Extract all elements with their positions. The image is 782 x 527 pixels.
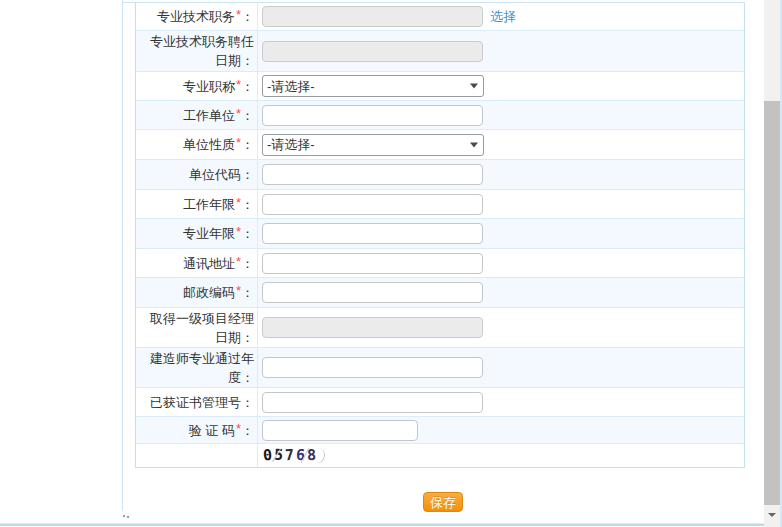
field-input-cell: 选择: [258, 3, 744, 30]
field-label-cell: 工作年限*：: [136, 190, 258, 218]
field-input-cell: [258, 249, 744, 277]
required-asterisk: *: [236, 283, 241, 298]
form-row-title: 专业职称*： -请选择-: [136, 72, 744, 101]
save-button[interactable]: 保存: [423, 492, 463, 512]
field-label: 工作年限*：: [183, 195, 254, 214]
field-label: 专业职称*：: [183, 77, 254, 96]
field-label: 邮政编码*：: [183, 283, 254, 302]
field-label: 工作单位*：: [183, 106, 254, 125]
field-label-cell: 专业职称*：: [136, 72, 258, 100]
form-row-tech-position: 专业技术职务*： 选择: [136, 3, 744, 31]
field-input-cell: [258, 219, 744, 248]
field-label-cell: 专业技术职务*：: [136, 3, 258, 30]
field-input-cell: 05768: [258, 444, 744, 467]
registration-form-table: 专业技术职务*： 选择 专业技术职务聘任日期： 专业职称*： -请选择-: [135, 3, 745, 468]
field-label-cell: 取得一级项目经理日期：: [136, 308, 258, 347]
field-input-cell: [258, 101, 744, 129]
field-input-cell: [258, 348, 744, 387]
form-row-employer: 工作单位*：: [136, 101, 744, 130]
field-input-cell: [258, 417, 744, 443]
resize-grip-dots: [123, 515, 125, 517]
field-label: 专业技术职务*：: [157, 7, 254, 26]
field-input-cell: -请选择-: [258, 72, 744, 100]
required-asterisk: *: [236, 135, 241, 150]
employer-input[interactable]: [262, 105, 483, 126]
postcode-input[interactable]: [262, 282, 483, 303]
pass-year-input[interactable]: [262, 357, 483, 378]
field-label-cell: 已获证书管理号：: [136, 388, 258, 416]
field-label-cell: 通讯地址*：: [136, 249, 258, 277]
field-label: 单位性质*：: [183, 135, 254, 154]
field-input-cell: [258, 278, 744, 307]
field-label: 验 证 码*：: [189, 421, 254, 440]
address-input[interactable]: [262, 253, 483, 274]
profession-years-input[interactable]: [262, 223, 483, 244]
appointment-date-input: [262, 41, 483, 62]
captcha-input[interactable]: [262, 420, 418, 441]
field-label: 专业技术职务聘任日期：: [138, 32, 254, 70]
unit-code-input[interactable]: [262, 164, 483, 185]
required-asterisk: *: [236, 254, 241, 269]
field-input-cell: [258, 190, 744, 218]
field-label: 已获证书管理号：: [150, 393, 254, 412]
vertical-scrollbar-thumb[interactable]: [764, 101, 780, 505]
form-row-appointment-date: 专业技术职务聘任日期：: [136, 31, 744, 72]
required-asterisk: *: [236, 106, 241, 121]
field-label: 专业年限*：: [183, 224, 254, 243]
title-select[interactable]: -请选择-: [262, 75, 484, 97]
field-input-cell: -请选择-: [258, 130, 744, 159]
choose-link[interactable]: 选择: [490, 8, 516, 26]
field-input-cell: [258, 160, 744, 189]
form-row-unit-code: 单位代码：: [136, 160, 744, 190]
field-label-cell: 工作单位*：: [136, 101, 258, 129]
field-label: 通讯地址*：: [183, 254, 254, 273]
content-panel-border: [122, 0, 123, 511]
required-asterisk: *: [236, 224, 241, 239]
field-label-cell: 单位性质*：: [136, 130, 258, 159]
form-row-unit-type: 单位性质*： -请选择-: [136, 130, 744, 160]
field-input-cell: [258, 388, 744, 416]
field-label: 单位代码：: [189, 165, 254, 184]
form-row-profession-years: 专业年限*：: [136, 219, 744, 249]
field-input-cell: [258, 308, 744, 347]
field-label-cell: 邮政编码*：: [136, 278, 258, 307]
form-row-pass-year: 建造师专业通过年度：: [136, 348, 744, 388]
work-years-input[interactable]: [262, 194, 483, 215]
scroll-down-arrow-icon: [768, 513, 776, 517]
form-row-cert-number: 已获证书管理号：: [136, 388, 744, 417]
form-row-pm-cert-date: 取得一级项目经理日期：: [136, 308, 744, 348]
field-label-cell: 建造师专业通过年度：: [136, 348, 258, 387]
required-asterisk: *: [236, 77, 241, 92]
captcha-noise-curve: [314, 447, 326, 463]
field-input-cell: [258, 31, 744, 71]
form-row-postcode: 邮政编码*：: [136, 278, 744, 308]
scrollbar-down-button[interactable]: [764, 505, 780, 523]
field-label-cell: 单位代码：: [136, 160, 258, 189]
form-row-captcha-image: 05768: [136, 444, 744, 467]
form-row-address: 通讯地址*：: [136, 249, 744, 278]
form-row-captcha-input: 验 证 码*：: [136, 417, 744, 444]
cert-number-input[interactable]: [262, 392, 483, 413]
field-label: 建造师专业通过年度：: [138, 349, 254, 387]
tech-position-input: [262, 6, 483, 27]
captcha-image[interactable]: 05768: [263, 446, 318, 466]
required-asterisk: *: [236, 421, 241, 436]
page-bottom-border: [0, 523, 765, 526]
unit-type-select[interactable]: -请选择-: [262, 134, 484, 156]
form-row-work-years: 工作年限*：: [136, 190, 744, 219]
field-label-cell: 专业技术职务聘任日期：: [136, 31, 258, 71]
unit-type-select-wrap: -请选择-: [262, 134, 484, 156]
title-select-wrap: -请选择-: [262, 75, 484, 97]
field-label-cell: [136, 444, 258, 467]
pm-cert-date-input: [262, 317, 483, 338]
required-asterisk: *: [236, 195, 241, 210]
field-label-cell: 验 证 码*：: [136, 417, 258, 443]
field-label: 取得一级项目经理日期：: [138, 309, 254, 347]
field-label-cell: 专业年限*：: [136, 219, 258, 248]
required-asterisk: *: [236, 7, 241, 22]
